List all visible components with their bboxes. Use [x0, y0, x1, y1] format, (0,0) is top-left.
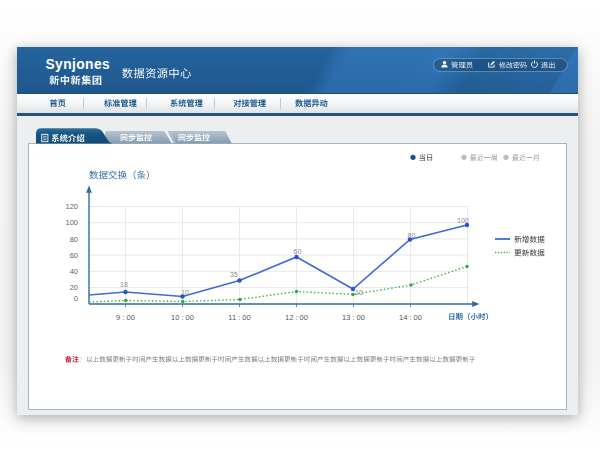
svg-text:35: 35 [230, 271, 238, 278]
svg-text:80: 80 [70, 235, 78, 244]
svg-text:60: 60 [294, 248, 302, 255]
svg-text:100: 100 [457, 217, 469, 224]
svg-text:14 : 00: 14 : 00 [399, 313, 422, 322]
svg-text:12 : 00: 12 : 00 [285, 313, 308, 322]
svg-text:120: 120 [65, 202, 78, 211]
svg-text:11 : 00: 11 : 00 [228, 313, 250, 322]
svg-text:10: 10 [181, 289, 189, 296]
svg-text:10 : 00: 10 : 00 [171, 313, 194, 322]
svg-text:20: 20 [70, 283, 78, 292]
svg-text:0: 0 [74, 294, 78, 303]
svg-text:9 : 00: 9 : 00 [116, 313, 135, 322]
svg-text:10: 10 [355, 289, 363, 296]
svg-text:13 : 00: 13 : 00 [342, 313, 365, 322]
svg-text:100: 100 [65, 218, 78, 227]
svg-text:18: 18 [120, 281, 128, 288]
svg-text:80: 80 [408, 232, 416, 239]
svg-text:40: 40 [70, 267, 78, 276]
svg-text:Synjones: Synjones [46, 57, 111, 72]
svg-text:60: 60 [70, 251, 78, 260]
